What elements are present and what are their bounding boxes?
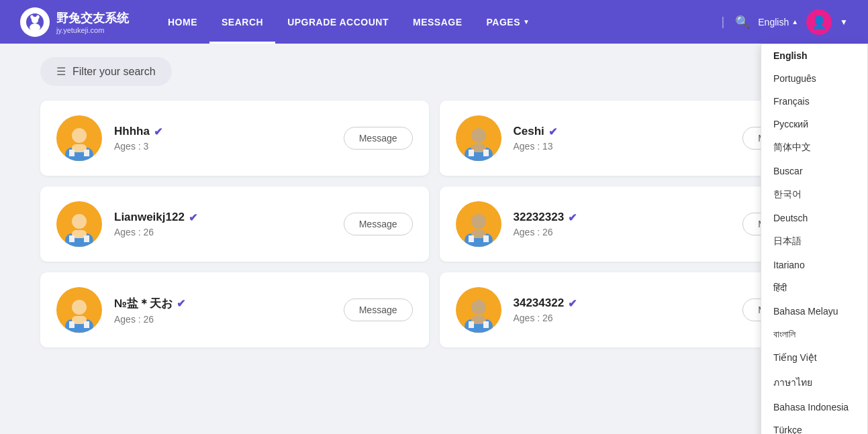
lang-option-french[interactable]: Français <box>761 90 867 113</box>
nav-right: | 🔍 English ▲ 👤 ▼ <box>719 9 848 35</box>
svg-rect-22 <box>84 235 89 242</box>
lang-option-portuguese[interactable]: Português <box>761 67 867 90</box>
svg-rect-28 <box>483 235 489 242</box>
current-language: English <box>758 17 789 28</box>
svg-point-6 <box>72 128 87 143</box>
lang-option-bengali[interactable]: বাংলালি <box>761 323 867 346</box>
user-avatar-button[interactable]: 👤 <box>806 9 832 35</box>
user-cards-grid: Hhhha ✔ Ages : 3 Message <box>40 101 828 347</box>
verified-icon: ✔ <box>568 297 577 310</box>
lang-option-malay[interactable]: Bahasa Melayu <box>761 300 867 323</box>
lang-option-hindi[interactable]: हिंदी <box>761 276 867 300</box>
lang-option-buscar[interactable]: Buscar <box>761 160 867 182</box>
nav-pages[interactable]: PAGES ▼ <box>475 0 542 44</box>
avatar <box>56 115 102 161</box>
user-name: Hhhha ✔ <box>114 125 332 138</box>
nav-upgrade[interactable]: UPGRADE ACCOUNT <box>275 0 401 44</box>
avatar <box>456 115 501 161</box>
brand-name: 野兔交友系统 <box>56 10 129 26</box>
user-card: Lianweikj122 ✔ Ages : 26 Message <box>40 186 429 262</box>
message-button[interactable]: Message <box>344 127 413 150</box>
lang-option-korean[interactable]: 한국어 <box>761 182 867 207</box>
svg-rect-9 <box>69 150 75 156</box>
verified-icon: ✔ <box>177 297 185 310</box>
user-info: 32232323 ✔ Ages : 26 <box>514 211 731 237</box>
language-dropdown: English Português Français Русский 简体中文 … <box>761 44 868 434</box>
filter-button[interactable]: ☰ Filter your search <box>40 57 172 86</box>
nav-divider: | <box>722 15 725 29</box>
message-button[interactable]: Message <box>344 213 413 235</box>
svg-rect-34 <box>84 321 89 328</box>
user-name: Lianweikj122 ✔ <box>114 211 332 224</box>
user-age: Ages : 3 <box>114 141 332 152</box>
filter-icon: ☰ <box>56 65 66 78</box>
user-menu-chevron-icon[interactable]: ▼ <box>840 17 848 27</box>
lang-option-german[interactable]: Deutsch <box>761 207 867 229</box>
main-content: ☰ Filter your search Hhhha ✔ <box>0 44 868 361</box>
brand[interactable]: 野兔交友系统 jy.yetukeji.com <box>20 7 129 37</box>
user-age: Ages : 26 <box>514 313 731 323</box>
lang-option-russian[interactable]: Русский <box>761 113 867 135</box>
verified-icon: ✔ <box>154 125 162 138</box>
user-info: 34234322 ✔ Ages : 26 <box>514 296 731 323</box>
nav-links: HOME SEARCH UPGRADE ACCOUNT MESSAGE PAGE… <box>156 0 719 44</box>
svg-rect-39 <box>469 321 474 328</box>
user-info: Hhhha ✔ Ages : 3 <box>114 125 332 152</box>
lang-option-thai[interactable]: ภาษาไทย <box>761 369 867 396</box>
user-info: Ceshi ✔ Ages : 13 <box>514 125 731 152</box>
user-card: №盐＊天お ✔ Ages : 26 Message <box>40 272 429 347</box>
user-name: 32232323 ✔ <box>514 211 731 224</box>
svg-rect-15 <box>469 150 474 156</box>
user-age: Ages : 26 <box>114 227 332 237</box>
brand-logo <box>20 7 50 37</box>
lang-option-simplified-chinese[interactable]: 简体中文 <box>761 135 867 160</box>
message-button[interactable]: Message <box>344 299 413 321</box>
navbar: 野兔交友系统 jy.yetukeji.com HOME SEARCH UPGRA… <box>0 0 868 44</box>
lang-option-english[interactable]: English <box>761 44 867 67</box>
user-name: Ceshi ✔ <box>514 125 731 138</box>
language-button[interactable]: English ▲ <box>758 17 798 28</box>
svg-point-18 <box>72 214 87 229</box>
lang-chevron-icon: ▲ <box>791 18 798 25</box>
avatar <box>456 287 501 333</box>
verified-icon: ✔ <box>568 211 577 224</box>
filter-label: Filter your search <box>73 66 156 78</box>
svg-rect-33 <box>69 321 75 328</box>
lang-option-indonesian[interactable]: Bahasa Indonesia <box>761 396 867 419</box>
svg-rect-10 <box>84 150 89 156</box>
lang-option-turkish[interactable]: Türkçe <box>761 419 867 434</box>
svg-point-24 <box>471 214 486 229</box>
avatar <box>456 201 501 247</box>
nav-search[interactable]: SEARCH <box>209 0 275 44</box>
search-icon-button[interactable]: 🔍 <box>735 15 750 30</box>
svg-point-12 <box>471 128 486 143</box>
nav-home[interactable]: HOME <box>156 0 209 44</box>
pages-chevron-icon: ▼ <box>523 18 530 25</box>
verified-icon: ✔ <box>189 211 197 224</box>
user-name: №盐＊天お ✔ <box>114 296 332 311</box>
avatar <box>56 287 102 333</box>
lang-option-italian[interactable]: Itariano <box>761 254 867 276</box>
avatar <box>56 201 102 247</box>
user-info: Lianweikj122 ✔ Ages : 26 <box>114 211 332 237</box>
verified-icon: ✔ <box>548 125 557 138</box>
user-card: Hhhha ✔ Ages : 3 Message <box>40 101 429 176</box>
nav-message[interactable]: MESSAGE <box>401 0 475 44</box>
svg-rect-40 <box>483 321 489 328</box>
lang-option-vietnamese[interactable]: Tiếng Việt <box>761 346 867 369</box>
user-age: Ages : 26 <box>514 227 731 237</box>
lang-option-japanese[interactable]: 日本語 <box>761 229 867 254</box>
user-age: Ages : 26 <box>114 314 332 325</box>
user-info: №盐＊天お ✔ Ages : 26 <box>114 296 332 325</box>
svg-point-2 <box>30 23 40 32</box>
brand-domain: jy.yetukeji.com <box>56 26 129 34</box>
svg-rect-27 <box>469 235 474 242</box>
svg-rect-16 <box>483 150 489 156</box>
user-age: Ages : 13 <box>514 141 731 152</box>
svg-rect-21 <box>69 235 75 242</box>
svg-point-36 <box>471 300 486 315</box>
svg-point-30 <box>72 300 87 315</box>
user-name: 34234322 ✔ <box>514 296 731 310</box>
